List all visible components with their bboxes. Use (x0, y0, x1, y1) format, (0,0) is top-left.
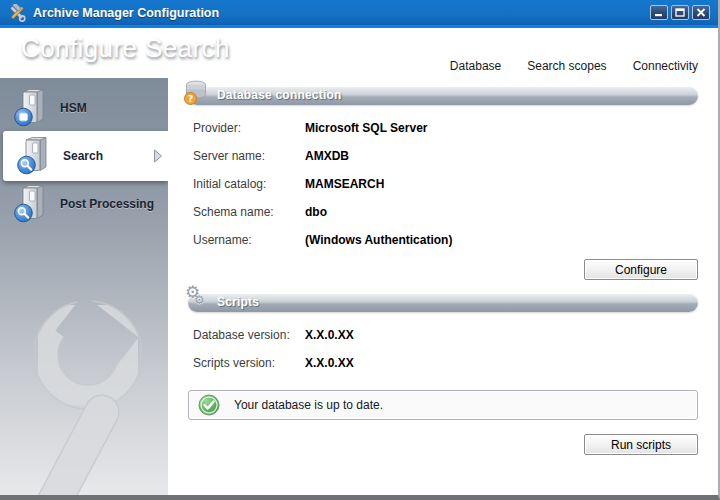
success-check-icon (198, 394, 220, 416)
field-database-version: Database version: X.X.0.XX (193, 326, 698, 344)
sidebar-item-hsm[interactable]: HSM (0, 86, 168, 130)
configure-button[interactable]: Configure (584, 259, 698, 280)
window-title: Archive Manager Configuration (33, 6, 650, 20)
database-status-box: Your database is up to date. (188, 390, 698, 420)
page-title: Configure Search (21, 33, 230, 64)
page-header: Configure Search Database Search scopes … (0, 28, 718, 78)
field-initial-catalog: Initial catalog: MAMSEARCH (193, 175, 698, 193)
tools-app-icon (8, 4, 26, 22)
sidebar-item-post-processing[interactable]: Post Processing (0, 182, 168, 226)
field-server-name: Server name: AMXDB (193, 147, 698, 165)
tab-database[interactable]: Database (437, 55, 514, 78)
field-scripts-version: Scripts version: X.X.0.XX (193, 354, 698, 372)
selected-arrow-icon (153, 149, 163, 163)
hsm-server-icon (13, 87, 51, 129)
section-title: Scripts (217, 295, 259, 309)
minimize-button[interactable] (650, 5, 668, 20)
field-schema-name: Schema name: dbo (193, 203, 698, 221)
sidebar-item-label: Search (63, 149, 103, 163)
titlebar: Archive Manager Configuration (0, 0, 718, 28)
sidebar-item-label: Post Processing (60, 197, 154, 211)
sidebar-item-label: HSM (60, 101, 87, 115)
database-help-icon: ? (183, 79, 210, 106)
gears-icon: ⚙ ⚙ (185, 284, 211, 312)
run-scripts-button[interactable]: Run scripts (584, 434, 698, 455)
sidebar-item-search[interactable]: Search (3, 131, 168, 181)
main-area: HSM (0, 78, 718, 495)
post-processing-server-icon (13, 183, 51, 225)
section-title: Database connection (217, 88, 342, 102)
scripts-fields: Database version: X.X.0.XX Scripts versi… (193, 326, 698, 372)
tab-search-scopes[interactable]: Search scopes (514, 55, 619, 78)
sidebar: HSM (0, 78, 168, 495)
tab-bar: Database Search scopes Connectivity (437, 55, 711, 78)
svg-text:?: ? (188, 94, 193, 104)
content-panel: ? Database connection Provider: Microsof… (168, 78, 718, 495)
wrench-watermark-icon (0, 293, 168, 495)
window-controls (650, 5, 710, 20)
database-connection-fields: Provider: Microsoft SQL Server Server na… (193, 119, 698, 249)
search-server-icon (16, 135, 54, 177)
maximize-button[interactable] (671, 5, 689, 20)
tab-connectivity[interactable]: Connectivity (620, 55, 711, 78)
status-message: Your database is up to date. (234, 398, 383, 412)
field-username: Username: (Windows Authentication) (193, 231, 698, 249)
archive-manager-window: Archive Manager Configuration Configure … (0, 0, 720, 500)
field-provider: Provider: Microsoft SQL Server (193, 119, 698, 137)
database-connection-header: ? Database connection (188, 86, 698, 105)
close-button[interactable] (692, 5, 710, 20)
scripts-header: ⚙ ⚙ Scripts (188, 293, 698, 312)
